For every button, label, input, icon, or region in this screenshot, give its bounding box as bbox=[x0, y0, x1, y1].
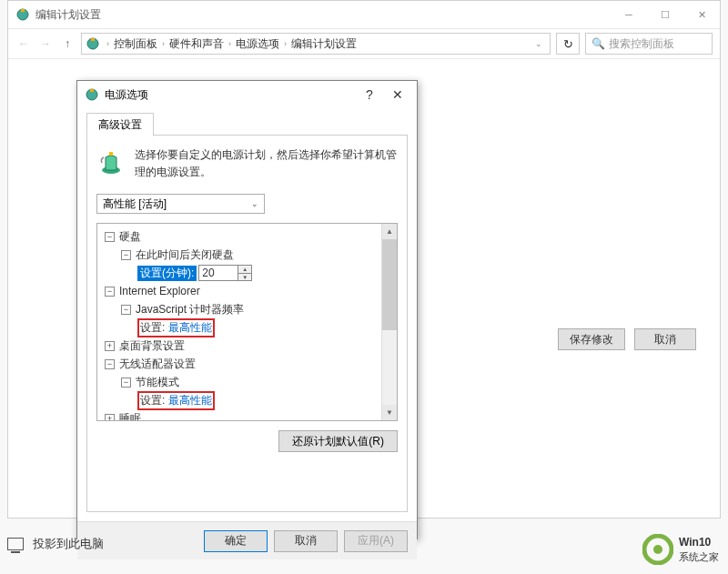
restore-defaults-button[interactable]: 还原计划默认值(R) bbox=[278, 430, 398, 452]
maximize-button[interactable]: ☐ bbox=[647, 1, 683, 28]
cp-body: 保存修改 取消 bbox=[8, 59, 720, 81]
watermark: Win10 系统之家 bbox=[642, 534, 719, 565]
cancel-button[interactable]: 取消 bbox=[274, 530, 338, 552]
tree-js-timer[interactable]: −JavaScript 计时器频率 bbox=[99, 300, 395, 318]
crumb-0[interactable]: 控制面板 bbox=[112, 36, 159, 52]
refresh-button[interactable]: ↻ bbox=[556, 33, 580, 55]
scroll-thumb[interactable] bbox=[382, 239, 397, 330]
svg-rect-7 bbox=[109, 152, 113, 156]
svg-rect-5 bbox=[90, 89, 94, 92]
save-changes-button[interactable]: 保存修改 bbox=[558, 328, 625, 350]
crumb-3[interactable]: 编辑计划设置 bbox=[289, 36, 359, 52]
plan-select[interactable]: 高性能 [活动] ⌄ bbox=[96, 194, 265, 214]
search-placeholder: 搜索控制面板 bbox=[609, 36, 674, 52]
tree-scrollbar[interactable]: ▲ ▼ bbox=[381, 224, 397, 420]
nav-forward-icon[interactable]: → bbox=[37, 35, 54, 52]
breadcrumb-icon bbox=[86, 36, 100, 51]
power-options-dialog: 电源选项 ? ✕ 高级设置 选择你要自定义的电源计划，然后选择你希望计算机管理的… bbox=[76, 80, 418, 539]
cp-title: 编辑计划设置 bbox=[35, 7, 611, 23]
apply-button[interactable]: 应用(A) bbox=[344, 530, 408, 552]
plan-selected-label: 高性能 [活动] bbox=[103, 196, 167, 212]
minutes-spinner[interactable]: ▲▼ bbox=[238, 265, 252, 281]
tab-strip: 高级设置 bbox=[86, 112, 408, 136]
search-icon: 🔍 bbox=[592, 37, 605, 50]
help-button[interactable]: ? bbox=[357, 87, 382, 102]
watermark-line1: Win10 bbox=[679, 536, 719, 550]
project-icon bbox=[7, 538, 24, 550]
minutes-input[interactable]: 20 bbox=[198, 265, 238, 281]
cp-cancel-button[interactable]: 取消 bbox=[634, 328, 696, 350]
scroll-up-icon[interactable]: ▲ bbox=[382, 224, 397, 239]
crumb-1[interactable]: 硬件和声音 bbox=[167, 36, 226, 52]
crumb-2[interactable]: 电源选项 bbox=[234, 36, 281, 52]
close-button[interactable]: ✕ bbox=[683, 1, 720, 28]
dlg-description: 选择你要自定义的电源计划，然后选择你希望计算机管理的电源设置。 bbox=[135, 146, 398, 181]
scroll-down-icon[interactable]: ▼ bbox=[382, 405, 397, 420]
dlg-close-button[interactable]: ✕ bbox=[382, 87, 413, 102]
tree-hard-disk[interactable]: −硬盘 bbox=[99, 227, 395, 246]
breadcrumb-chevron-icon[interactable]: ⌄ bbox=[535, 39, 546, 48]
tree-wireless[interactable]: −无线适配器设置 bbox=[99, 355, 395, 373]
tree-desktop-bg[interactable]: +桌面背景设置 bbox=[99, 337, 395, 355]
tree-hd-turnoff[interactable]: −在此时间后关闭硬盘 bbox=[99, 246, 395, 264]
taskbar-project-item[interactable]: 投影到此电脑 bbox=[7, 536, 104, 552]
tab-content: 选择你要自定义的电源计划，然后选择你希望计算机管理的电源设置。 高性能 [活动]… bbox=[86, 136, 408, 512]
nav-up-icon[interactable]: ↑ bbox=[59, 35, 76, 52]
taskbar-label: 投影到此电脑 bbox=[33, 536, 104, 552]
refresh-icon: ↻ bbox=[563, 37, 573, 51]
tree-wireless-setting[interactable]: 设置: 最高性能 bbox=[99, 391, 395, 409]
settings-tree: −硬盘 −在此时间后关闭硬盘 设置(分钟): 20 ▲▼ −Internet E… bbox=[96, 223, 398, 421]
tree-sleep[interactable]: +睡眠 bbox=[99, 409, 395, 421]
watermark-logo-icon bbox=[642, 534, 673, 565]
window-controls: ─ ☐ ✕ bbox=[611, 1, 720, 28]
minimize-button[interactable]: ─ bbox=[611, 1, 647, 28]
tree-setting-minutes[interactable]: 设置(分钟): 20 ▲▼ bbox=[99, 264, 395, 282]
tree-power-save[interactable]: −节能模式 bbox=[99, 373, 395, 391]
search-input[interactable]: 🔍 搜索控制面板 bbox=[585, 33, 713, 55]
dlg-title: 电源选项 bbox=[105, 87, 357, 103]
tab-advanced[interactable]: 高级设置 bbox=[86, 113, 154, 136]
power-plan-icon bbox=[15, 7, 30, 22]
nav-back-icon[interactable]: ← bbox=[15, 35, 32, 52]
battery-icon bbox=[96, 146, 126, 176]
cp-nav-bar: ← → ↑ › 控制面板 › 硬件和声音 › 电源选项 › 编辑计划设置 ⌄ ↻… bbox=[8, 28, 720, 59]
svg-rect-1 bbox=[21, 9, 25, 12]
tree-ie[interactable]: −Internet Explorer bbox=[99, 282, 395, 300]
svg-rect-3 bbox=[91, 38, 95, 41]
dlg-footer: 确定 取消 应用(A) bbox=[77, 521, 417, 559]
dlg-icon bbox=[85, 87, 99, 102]
svg-point-9 bbox=[653, 545, 662, 554]
chevron-down-icon: ⌄ bbox=[251, 199, 258, 208]
ok-button[interactable]: 确定 bbox=[204, 530, 268, 552]
breadcrumb[interactable]: › 控制面板 › 硬件和声音 › 电源选项 › 编辑计划设置 ⌄ bbox=[81, 33, 551, 55]
cp-titlebar: 编辑计划设置 ─ ☐ ✕ bbox=[8, 1, 720, 28]
tree-js-setting[interactable]: 设置: 最高性能 bbox=[99, 318, 395, 337]
dlg-titlebar: 电源选项 ? ✕ bbox=[77, 81, 417, 108]
watermark-line2: 系统之家 bbox=[679, 550, 719, 563]
